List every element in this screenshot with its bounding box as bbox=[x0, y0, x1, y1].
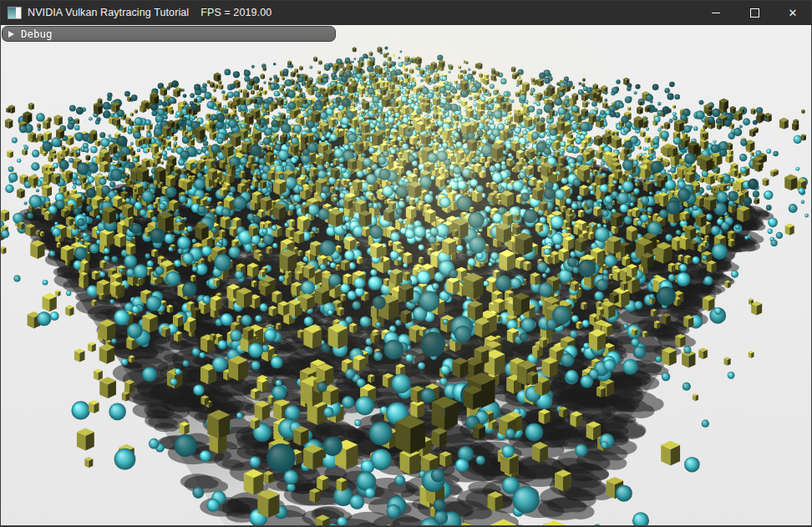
app-icon-right-pane bbox=[16, 8, 21, 18]
chevron-right-icon bbox=[8, 31, 14, 38]
app-icon bbox=[8, 7, 22, 19]
fps-counter: FPS = 2019.00 bbox=[200, 7, 272, 18]
minimize-icon bbox=[712, 13, 720, 13]
debug-panel-label: Debug bbox=[21, 28, 53, 40]
window-controls: ✕ bbox=[697, 0, 812, 25]
close-button[interactable]: ✕ bbox=[774, 0, 812, 25]
maximize-button[interactable] bbox=[735, 0, 774, 25]
close-icon: ✕ bbox=[789, 8, 798, 18]
app-icon-left-pane bbox=[8, 8, 16, 18]
minimize-button[interactable] bbox=[697, 0, 735, 25]
viewport-3d-scene[interactable] bbox=[0, 25, 812, 527]
window-title: NVIDIA Vulkan Raytracing Tutorial bbox=[28, 7, 189, 18]
maximize-icon bbox=[750, 8, 759, 18]
app-window: NVIDIA Vulkan Raytracing Tutorial FPS = … bbox=[0, 0, 812, 527]
debug-panel-header[interactable]: Debug bbox=[2, 26, 336, 42]
title-bar[interactable]: NVIDIA Vulkan Raytracing Tutorial FPS = … bbox=[0, 0, 812, 25]
